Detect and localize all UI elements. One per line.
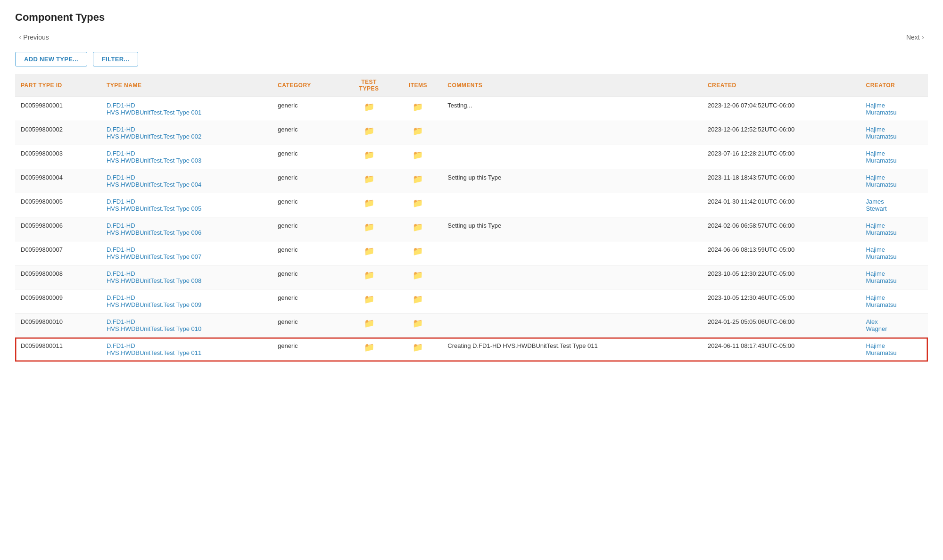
type-name-link-line1[interactable]: D.FD1-HD (107, 198, 135, 205)
creator-link[interactable]: Hajime (866, 342, 885, 349)
type-name-link-line2[interactable]: HVS.HWDBUnitTest.Test Type 008 (107, 277, 201, 284)
creator-link[interactable]: Hajime (866, 102, 885, 109)
items-folder-icon[interactable]: 📁 (413, 126, 423, 136)
cell-type-name[interactable]: D.FD1-HDHVS.HWDBUnitTest.Test Type 001 (101, 97, 272, 121)
items-folder-icon[interactable]: 📁 (413, 102, 423, 112)
items-folder-icon[interactable]: 📁 (413, 198, 423, 208)
type-name-link-line1[interactable]: D.FD1-HD (107, 150, 135, 157)
creator-link[interactable]: James (866, 198, 884, 205)
items-folder-icon[interactable]: 📁 (413, 294, 423, 305)
cell-items[interactable]: 📁 (394, 169, 442, 193)
type-name-link-line2[interactable]: HVS.HWDBUnitTest.Test Type 001 (107, 109, 201, 116)
cell-items[interactable]: 📁 (394, 145, 442, 169)
cell-creator[interactable]: HajimeMuramatsu (860, 241, 928, 265)
test-types-folder-icon[interactable]: 📁 (364, 294, 374, 305)
cell-items[interactable]: 📁 (394, 193, 442, 217)
previous-button[interactable]: ‹ Previous (15, 31, 53, 43)
test-types-folder-icon[interactable]: 📁 (364, 102, 374, 112)
cell-test-types[interactable]: 📁 (344, 121, 394, 145)
type-name-link-line1[interactable]: D.FD1-HD (107, 318, 135, 325)
creator-link[interactable]: Muramatsu (866, 133, 897, 140)
cell-type-name[interactable]: D.FD1-HDHVS.HWDBUnitTest.Test Type 004 (101, 169, 272, 193)
cell-test-types[interactable]: 📁 (344, 97, 394, 121)
type-name-link-line2[interactable]: HVS.HWDBUnitTest.Test Type 005 (107, 205, 201, 212)
cell-type-name[interactable]: D.FD1-HDHVS.HWDBUnitTest.Test Type 009 (101, 289, 272, 313)
creator-link[interactable]: Alex (866, 318, 878, 325)
creator-link[interactable]: Hajime (866, 150, 885, 157)
cell-type-name[interactable]: D.FD1-HDHVS.HWDBUnitTest.Test Type 011 (101, 338, 272, 362)
cell-items[interactable]: 📁 (394, 289, 442, 313)
test-types-folder-icon[interactable]: 📁 (364, 222, 374, 232)
cell-type-name[interactable]: D.FD1-HDHVS.HWDBUnitTest.Test Type 003 (101, 145, 272, 169)
cell-test-types[interactable]: 📁 (344, 169, 394, 193)
type-name-link-line1[interactable]: D.FD1-HD (107, 174, 135, 181)
cell-test-types[interactable]: 📁 (344, 193, 394, 217)
type-name-link-line2[interactable]: HVS.HWDBUnitTest.Test Type 007 (107, 253, 201, 260)
type-name-link-line2[interactable]: HVS.HWDBUnitTest.Test Type 010 (107, 325, 201, 332)
filter-button[interactable]: FILTER... (93, 52, 138, 66)
cell-creator[interactable]: HajimeMuramatsu (860, 289, 928, 313)
cell-items[interactable]: 📁 (394, 217, 442, 241)
items-folder-icon[interactable]: 📁 (413, 342, 423, 353)
type-name-link-line2[interactable]: HVS.HWDBUnitTest.Test Type 004 (107, 181, 201, 188)
cell-type-name[interactable]: D.FD1-HDHVS.HWDBUnitTest.Test Type 006 (101, 217, 272, 241)
type-name-link-line2[interactable]: HVS.HWDBUnitTest.Test Type 009 (107, 301, 201, 308)
creator-link[interactable]: Muramatsu (866, 157, 897, 164)
type-name-link-line1[interactable]: D.FD1-HD (107, 294, 135, 301)
type-name-link-line2[interactable]: HVS.HWDBUnitTest.Test Type 011 (107, 349, 201, 356)
cell-items[interactable]: 📁 (394, 121, 442, 145)
cell-creator[interactable]: HajimeMuramatsu (860, 97, 928, 121)
cell-creator[interactable]: AlexWagner (860, 313, 928, 338)
cell-test-types[interactable]: 📁 (344, 265, 394, 289)
creator-link[interactable]: Hajime (866, 222, 885, 229)
type-name-link-line2[interactable]: HVS.HWDBUnitTest.Test Type 006 (107, 229, 201, 236)
type-name-link-line1[interactable]: D.FD1-HD (107, 342, 135, 349)
cell-type-name[interactable]: D.FD1-HDHVS.HWDBUnitTest.Test Type 002 (101, 121, 272, 145)
creator-link[interactable]: Muramatsu (866, 229, 897, 236)
type-name-link-line2[interactable]: HVS.HWDBUnitTest.Test Type 002 (107, 133, 201, 140)
cell-items[interactable]: 📁 (394, 265, 442, 289)
test-types-folder-icon[interactable]: 📁 (364, 246, 374, 256)
cell-creator[interactable]: HajimeMuramatsu (860, 265, 928, 289)
cell-items[interactable]: 📁 (394, 97, 442, 121)
cell-test-types[interactable]: 📁 (344, 313, 394, 338)
cell-creator[interactable]: HajimeMuramatsu (860, 338, 928, 362)
add-new-type-button[interactable]: ADD NEW TYPE... (15, 52, 87, 66)
cell-creator[interactable]: HajimeMuramatsu (860, 169, 928, 193)
creator-link[interactable]: Muramatsu (866, 109, 897, 116)
cell-items[interactable]: 📁 (394, 313, 442, 338)
cell-creator[interactable]: HajimeMuramatsu (860, 121, 928, 145)
cell-test-types[interactable]: 📁 (344, 145, 394, 169)
test-types-folder-icon[interactable]: 📁 (364, 318, 374, 329)
cell-creator[interactable]: JamesStewart (860, 193, 928, 217)
cell-items[interactable]: 📁 (394, 241, 442, 265)
cell-type-name[interactable]: D.FD1-HDHVS.HWDBUnitTest.Test Type 008 (101, 265, 272, 289)
creator-link[interactable]: Muramatsu (866, 253, 897, 260)
items-folder-icon[interactable]: 📁 (413, 246, 423, 256)
test-types-folder-icon[interactable]: 📁 (364, 174, 374, 184)
creator-link[interactable]: Stewart (866, 205, 887, 212)
type-name-link-line1[interactable]: D.FD1-HD (107, 270, 135, 277)
items-folder-icon[interactable]: 📁 (413, 318, 423, 329)
creator-link[interactable]: Hajime (866, 246, 885, 253)
type-name-link-line1[interactable]: D.FD1-HD (107, 222, 135, 229)
test-types-folder-icon[interactable]: 📁 (364, 270, 374, 280)
type-name-link-line2[interactable]: HVS.HWDBUnitTest.Test Type 003 (107, 157, 201, 164)
cell-type-name[interactable]: D.FD1-HDHVS.HWDBUnitTest.Test Type 010 (101, 313, 272, 338)
type-name-link-line1[interactable]: D.FD1-HD (107, 246, 135, 253)
test-types-folder-icon[interactable]: 📁 (364, 198, 374, 208)
creator-link[interactable]: Hajime (866, 294, 885, 301)
items-folder-icon[interactable]: 📁 (413, 222, 423, 232)
creator-link[interactable]: Muramatsu (866, 349, 897, 356)
test-types-folder-icon[interactable]: 📁 (364, 150, 374, 160)
cell-creator[interactable]: HajimeMuramatsu (860, 217, 928, 241)
creator-link[interactable]: Wagner (866, 325, 887, 332)
items-folder-icon[interactable]: 📁 (413, 174, 423, 184)
creator-link[interactable]: Muramatsu (866, 181, 897, 188)
creator-link[interactable]: Muramatsu (866, 301, 897, 308)
next-button[interactable]: Next › (902, 31, 928, 43)
cell-test-types[interactable]: 📁 (344, 289, 394, 313)
cell-test-types[interactable]: 📁 (344, 217, 394, 241)
items-folder-icon[interactable]: 📁 (413, 150, 423, 160)
test-types-folder-icon[interactable]: 📁 (364, 342, 374, 353)
